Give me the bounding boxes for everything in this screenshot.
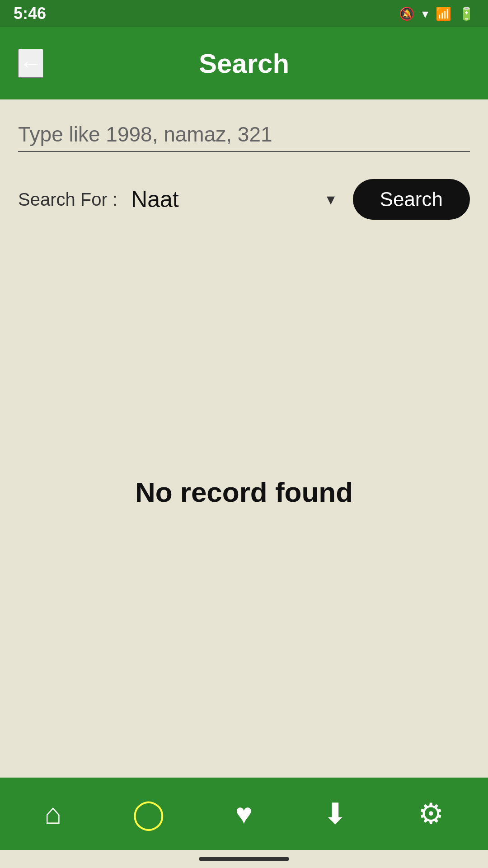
main-content: Search For : Naat Namaz Quran ▾ Search N…: [0, 99, 488, 778]
mute-icon: 🔕: [399, 6, 415, 21]
nav-item-search[interactable]: ◯: [132, 799, 165, 828]
search-input-container: [18, 122, 470, 152]
signal-icon: 📶: [436, 6, 451, 21]
nav-item-settings[interactable]: ⚙: [418, 799, 444, 828]
header: ← Search: [0, 27, 488, 99]
no-record-container: No record found: [18, 220, 470, 764]
heart-icon: ♥: [235, 799, 253, 828]
status-time: 5:46: [14, 4, 46, 23]
search-input[interactable]: [18, 122, 470, 146]
search-for-row: Search For : Naat Namaz Quran ▾ Search: [18, 179, 470, 220]
search-for-label: Search For :: [18, 189, 117, 210]
home-bar: [0, 850, 488, 868]
nav-item-favorites[interactable]: ♥: [235, 799, 253, 828]
bottom-nav: ⌂ ◯ ♥ ⬇ ⚙: [0, 778, 488, 850]
settings-icon: ⚙: [418, 799, 444, 828]
download-icon: ⬇: [323, 799, 347, 828]
search-icon: ◯: [132, 799, 165, 828]
wifi-icon: ▾: [422, 6, 428, 21]
nav-item-download[interactable]: ⬇: [323, 799, 347, 828]
battery-icon: 🔋: [459, 6, 474, 21]
category-dropdown[interactable]: Naat Namaz Quran: [131, 187, 339, 212]
dropdown-container: Naat Namaz Quran ▾: [131, 187, 339, 212]
no-record-text: No record found: [135, 476, 353, 508]
nav-item-home[interactable]: ⌂: [44, 799, 62, 828]
status-bar: 5:46 🔕 ▾ 📶 🔋: [0, 0, 488, 27]
search-button[interactable]: Search: [353, 179, 470, 220]
home-bar-indicator: [199, 857, 289, 861]
home-icon: ⌂: [44, 799, 62, 828]
page-title: Search: [199, 48, 289, 79]
back-button[interactable]: ←: [18, 49, 43, 78]
status-icons: 🔕 ▾ 📶 🔋: [399, 6, 474, 21]
